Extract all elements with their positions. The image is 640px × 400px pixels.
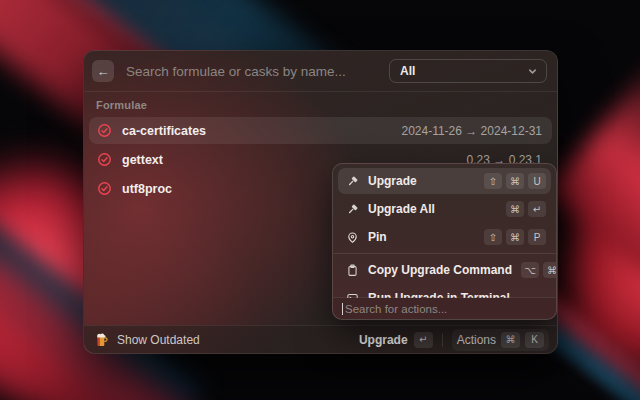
actions-menu-list: Upgrade ⇧ ⌘ U Upgrade All ⌘ ↵	[333, 164, 556, 298]
footer-actions: Upgrade ↵ Actions ⌘ K	[359, 329, 549, 351]
footer-mode-label: Show Outdated	[117, 333, 200, 347]
package-name: gettext	[122, 153, 163, 167]
package-name: ca-certificates	[122, 124, 206, 138]
k-key-badge: K	[525, 332, 544, 348]
menu-item-label: Copy Upgrade Command	[368, 263, 512, 277]
command-key-badge: ⌘	[543, 262, 556, 278]
filter-dropdown[interactable]: All	[389, 59, 547, 83]
menu-item-pin[interactable]: Pin ⇧ ⌘ P	[338, 224, 551, 250]
actions-search-bar[interactable]: Search for actions...	[333, 297, 556, 319]
package-name: utf8proc	[122, 182, 172, 196]
shortcut-keys: ⇧ ⌘ P	[484, 229, 546, 245]
command-key-badge: ⌘	[506, 229, 524, 245]
window-footer: Show Outdated Upgrade ↵ Actions ⌘ K	[84, 325, 557, 353]
command-key-badge: ⌘	[506, 173, 524, 189]
actions-button[interactable]: Actions ⌘ K	[452, 329, 549, 351]
return-key-badge: ↵	[414, 332, 433, 348]
check-circle-icon	[97, 152, 112, 167]
actions-menu-panel: Upgrade ⇧ ⌘ U Upgrade All ⌘ ↵	[332, 163, 557, 320]
hammer-icon	[346, 175, 359, 188]
menu-item-label: Pin	[368, 230, 387, 244]
search-input[interactable]: Search formulae or casks by name...	[126, 64, 389, 79]
check-circle-icon	[97, 123, 112, 138]
check-circle-icon	[97, 181, 112, 196]
option-key-badge: ⌥	[521, 262, 539, 278]
desktop-wallpaper: ← Search formulae or casks by name... Al…	[0, 0, 640, 400]
menu-item-copy-upgrade-command[interactable]: Copy Upgrade Command ⌥ ⌘ C	[338, 257, 551, 283]
filter-dropdown-value: All	[400, 64, 415, 78]
section-label-formulae: Formulae	[96, 99, 545, 111]
shift-key-badge: ⇧	[484, 173, 502, 189]
hammer-icon	[346, 203, 359, 216]
actions-button-label: Actions	[457, 333, 496, 347]
actions-search-input[interactable]: Search for actions...	[345, 303, 447, 315]
p-key-badge: P	[528, 229, 546, 245]
clipboard-icon	[346, 264, 359, 277]
footer-divider	[442, 333, 443, 347]
shortcut-keys: ⇧ ⌘ U	[484, 173, 546, 189]
shortcut-keys: ⌥ ⌘ C	[521, 262, 556, 278]
pin-icon	[346, 231, 359, 244]
back-button[interactable]: ←	[92, 60, 114, 82]
upgrade-button[interactable]: Upgrade	[359, 333, 408, 347]
wallpaper-red-wedge-top-right	[545, 47, 640, 283]
chevron-down-icon	[527, 66, 538, 77]
shortcut-keys: ⌘ ↵	[506, 201, 546, 217]
back-arrow-icon: ←	[97, 64, 110, 79]
menu-item-label: Upgrade All	[368, 202, 435, 216]
menu-item-upgrade[interactable]: Upgrade ⇧ ⌘ U	[338, 168, 551, 194]
list-item-ca-certificates[interactable]: ca-certificates 2024-11-26 → 2024-12-31	[89, 117, 552, 144]
u-key-badge: U	[528, 173, 546, 189]
shift-key-badge: ⇧	[484, 229, 502, 245]
package-version-change: 2024-11-26 → 2024-12-31	[401, 124, 542, 138]
menu-separator	[333, 253, 556, 254]
return-key-badge: ↵	[528, 201, 546, 217]
homebrew-beer-icon	[94, 332, 109, 347]
menu-item-label: Upgrade	[368, 174, 417, 188]
command-key-badge: ⌘	[506, 201, 524, 217]
command-key-badge: ⌘	[501, 332, 520, 348]
window-header: ← Search formulae or casks by name... Al…	[84, 51, 557, 92]
text-cursor	[342, 303, 343, 315]
menu-item-upgrade-all[interactable]: Upgrade All ⌘ ↵	[338, 196, 551, 222]
